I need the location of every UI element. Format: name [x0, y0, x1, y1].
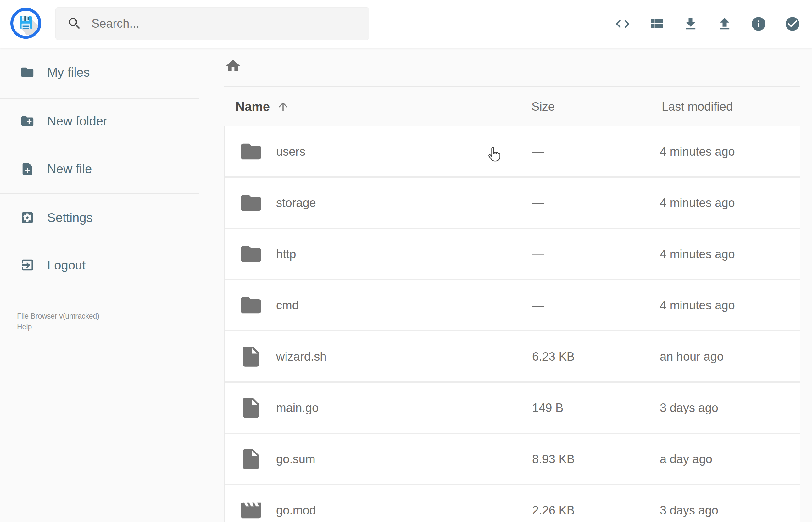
file-modified: 4 minutes ago [660, 298, 735, 312]
grid-view-icon [648, 16, 665, 32]
download-icon [683, 16, 699, 32]
file-row-go-sum[interactable]: go.sum 8.93 KB a day ago [225, 433, 800, 484]
app-version-text: File Browser v(untracked) [17, 312, 99, 320]
file-name: http [276, 247, 296, 261]
file-size: 149 B [532, 401, 563, 415]
settings-icon [20, 210, 35, 225]
column-header-modified[interactable]: Last modified [662, 100, 733, 113]
file-icon [239, 447, 263, 471]
folder-icon [20, 65, 35, 80]
file-modified: a day ago [660, 452, 712, 466]
sidebar-item-new-file[interactable]: New file [0, 150, 199, 188]
sidebar-footer: File Browser v(untracked) Help [17, 311, 99, 332]
sidebar-divider [0, 193, 199, 194]
new-file-icon [20, 162, 35, 176]
file-row-wizard-sh[interactable]: wizard.sh 6.23 KB an hour ago [225, 330, 800, 381]
new-folder-icon [20, 114, 35, 128]
file-name: go.mod [276, 503, 316, 517]
sidebar-item-new-folder[interactable]: New folder [0, 102, 199, 140]
upload-icon [716, 16, 733, 32]
app-logo-button[interactable] [11, 8, 41, 39]
home-icon[interactable] [225, 58, 241, 74]
help-link[interactable]: Help [17, 321, 99, 332]
file-row-main-go[interactable]: main.go 149 B 3 days ago [225, 381, 800, 433]
breadcrumb [224, 48, 800, 86]
select-multiple-button[interactable] [784, 16, 801, 32]
sidebar-item-label: New folder [47, 114, 107, 128]
file-icon [239, 345, 263, 368]
folder-icon [239, 191, 263, 215]
file-row-cmd[interactable]: cmd — 4 minutes ago [225, 279, 800, 330]
sidebar-item-my-files[interactable]: My files [0, 54, 199, 91]
check-circle-icon [784, 16, 801, 32]
sidebar-divider [0, 98, 199, 99]
file-modified: 4 minutes ago [660, 196, 735, 209]
file-name: users [276, 145, 305, 158]
download-button[interactable] [683, 16, 699, 32]
column-header-size[interactable]: Size [531, 100, 555, 113]
file-size: — [532, 298, 544, 312]
file-listing-area: Name Size Last modified users — 4 minute… [224, 48, 800, 522]
sidebar-item-logout[interactable]: Logout [0, 246, 199, 284]
sidebar-item-settings[interactable]: Settings [0, 199, 199, 237]
search-input[interactable] [91, 17, 363, 31]
file-modified: an hour ago [660, 350, 724, 363]
file-size: — [532, 196, 544, 209]
info-button[interactable] [750, 16, 767, 32]
code-icon [614, 16, 631, 32]
file-row-storage[interactable]: storage — 4 minutes ago [225, 176, 800, 228]
logout-icon [20, 258, 35, 272]
file-modified: 3 days ago [660, 401, 718, 415]
folder-icon [239, 140, 263, 163]
file-row-http[interactable]: http — 4 minutes ago [225, 228, 800, 279]
toolbar-actions [614, 0, 801, 48]
sidebar-item-label: Settings [47, 211, 93, 225]
floppy-disk-icon [14, 11, 38, 35]
switch-view-button[interactable] [648, 16, 665, 32]
file-size: 6.23 KB [532, 350, 574, 363]
folder-icon [239, 242, 263, 266]
file-row-users[interactable]: users — 4 minutes ago [225, 126, 800, 176]
info-icon [750, 16, 767, 32]
file-row-go-mod[interactable]: go.mod 2.26 KB 3 days ago [225, 484, 800, 522]
listing-header: Name Size Last modified [224, 87, 800, 126]
file-size: — [532, 145, 544, 158]
sidebar-item-label: My files [47, 65, 90, 80]
column-header-name[interactable]: Name [236, 99, 270, 114]
file-list: users — 4 minutes ago storage — 4 minute… [224, 126, 800, 522]
file-modified: 4 minutes ago [660, 247, 735, 261]
file-name: storage [276, 196, 316, 209]
sidebar-item-label: New file [47, 162, 92, 176]
file-name: cmd [276, 298, 299, 312]
file-size: — [532, 247, 544, 261]
sidebar: My files New folder New file Settings Lo… [0, 48, 199, 284]
top-bar [0, 0, 812, 48]
filebrowser-app: My files New folder New file Settings Lo… [0, 0, 812, 522]
file-size: 8.93 KB [532, 452, 574, 466]
file-name: go.sum [276, 452, 316, 466]
folder-icon [239, 294, 263, 317]
sidebar-item-label: Logout [47, 258, 85, 272]
movie-file-icon [239, 498, 263, 522]
search-bar[interactable] [55, 7, 369, 40]
file-icon [239, 396, 263, 420]
search-icon [67, 16, 82, 31]
file-modified: 3 days ago [660, 503, 718, 517]
sort-ascending-icon[interactable] [277, 100, 290, 113]
file-name: wizard.sh [276, 350, 327, 363]
file-name: main.go [276, 401, 319, 415]
file-modified: 4 minutes ago [660, 145, 735, 158]
upload-button[interactable] [716, 16, 733, 32]
raw-view-button[interactable] [614, 16, 631, 32]
file-size: 2.26 KB [532, 503, 574, 517]
